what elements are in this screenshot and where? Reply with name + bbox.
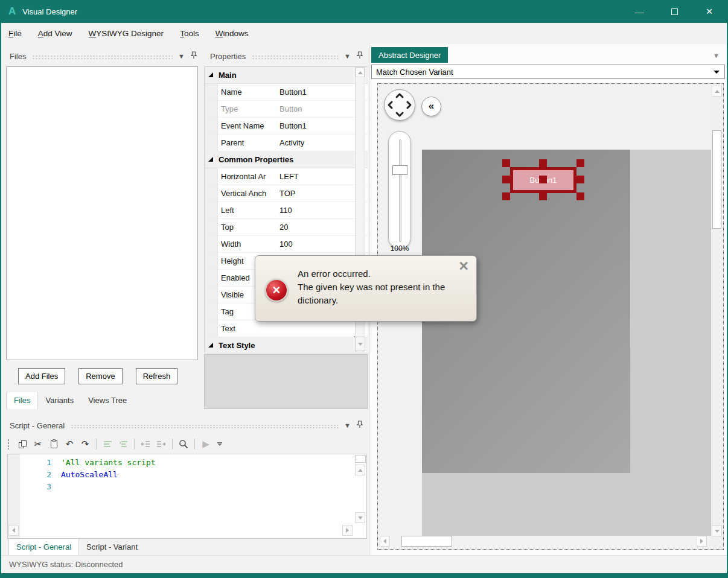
resize-handle-middle-right[interactable]: [576, 176, 584, 183]
property-row-name[interactable]: NameButton1: [205, 84, 368, 101]
menu-item-add-view[interactable]: Add View: [38, 29, 72, 38]
code-line[interactable]: AutoScaleAll: [61, 469, 366, 481]
menu-item-wysiwyg-designer[interactable]: WYSIWYG Designer: [89, 29, 164, 38]
minimize-button[interactable]: —: [622, 0, 657, 23]
property-value[interactable]: Activity: [278, 138, 368, 147]
property-row-horizontal-ar[interactable]: Horizontal ArLEFT: [205, 168, 368, 185]
comment-selection-icon[interactable]: [100, 437, 115, 451]
tab-script-general[interactable]: Script - General: [8, 539, 79, 556]
property-section-main[interactable]: Main: [205, 67, 368, 84]
files-list[interactable]: [6, 66, 198, 360]
property-value[interactable]: 110: [278, 206, 368, 215]
run-script-icon[interactable]: ▶: [198, 437, 214, 451]
property-section-text-style[interactable]: Text Style: [205, 337, 368, 354]
expander-icon[interactable]: [208, 157, 213, 162]
resize-handle-top-left[interactable]: [502, 159, 510, 167]
canvas-horizontal-scroll-thumb[interactable]: [401, 536, 452, 547]
scroll-up-icon[interactable]: [356, 68, 365, 77]
property-row-width[interactable]: Width100: [205, 236, 368, 253]
canvas-scroll-up-icon[interactable]: [712, 86, 722, 97]
panel-header-texture: [71, 424, 339, 428]
property-row-text[interactable]: Text...: [205, 320, 368, 337]
property-value[interactable]: Button1: [278, 87, 368, 97]
menu-item-windows[interactable]: Windows: [216, 29, 249, 38]
resize-handle-bottom-left[interactable]: [502, 192, 510, 200]
toolbar-grip-handle[interactable]: [7, 439, 10, 449]
editor-splitter-box[interactable]: [355, 455, 366, 463]
menu-item-tools[interactable]: Tools: [180, 29, 199, 38]
close-button[interactable]: ×: [692, 0, 727, 23]
code-line[interactable]: 'All variants script: [61, 457, 366, 469]
property-value[interactable]: 100: [278, 240, 368, 249]
decrease-indent-icon[interactable]: [138, 437, 153, 451]
resize-handle-bottom-middle[interactable]: [539, 192, 547, 200]
maximize-button[interactable]: [657, 0, 692, 23]
tab-files[interactable]: Files: [6, 392, 38, 409]
property-section-common-properties[interactable]: Common Properties: [205, 151, 368, 168]
tab-views-tree[interactable]: Views Tree: [81, 392, 134, 409]
property-row-left[interactable]: Left110: [205, 202, 368, 219]
designer-menu-caret-icon[interactable]: ▼: [713, 52, 720, 59]
uncomment-selection-icon[interactable]: [115, 437, 131, 451]
expander-icon[interactable]: [208, 72, 213, 77]
tab-variants[interactable]: Variants: [38, 392, 81, 409]
property-value[interactable]: Button: [278, 104, 368, 113]
selected-control-group[interactable]: Button1: [502, 159, 584, 200]
add-files-button[interactable]: Add Files: [18, 368, 65, 384]
toolbar-overflow-icon[interactable]: [217, 442, 222, 446]
panel-menu-caret-icon[interactable]: ▼: [344, 422, 351, 429]
collapse-controls-button[interactable]: «: [421, 97, 441, 116]
pin-icon[interactable]: [357, 51, 363, 62]
copy-icon[interactable]: [14, 437, 30, 451]
property-row-parent[interactable]: ParentActivity: [205, 135, 368, 151]
cut-icon[interactable]: ✂: [30, 437, 46, 451]
script-code-editor[interactable]: 123 'All variants scriptAutoScaleAll: [7, 454, 367, 539]
editor-scroll-right-icon[interactable]: [342, 525, 353, 536]
remove-button[interactable]: Remove: [78, 368, 122, 384]
pin-icon[interactable]: [191, 51, 197, 62]
tab-script-variant[interactable]: Script - Variant: [79, 539, 145, 556]
variant-combo[interactable]: Match Chosen Variant: [371, 65, 725, 79]
property-row-vertical-anch[interactable]: Vertical AnchTOP: [205, 185, 368, 202]
resize-handle-top-middle[interactable]: [539, 159, 547, 167]
editor-scroll-up-icon[interactable]: [355, 465, 365, 475]
text-style-dropdown-button[interactable]: [355, 337, 365, 351]
menu-item-file[interactable]: File: [8, 29, 22, 38]
menubar: FileAdd ViewWYSIWYG DesignerToolsWindows: [1, 23, 727, 44]
code-line[interactable]: [61, 481, 366, 493]
canvas-scroll-down-icon[interactable]: [712, 526, 722, 536]
property-row-top[interactable]: Top20: [205, 219, 368, 236]
redo-icon[interactable]: ↷: [77, 437, 93, 451]
undo-icon[interactable]: ↶: [62, 437, 77, 451]
editor-scroll-left-icon[interactable]: [8, 525, 19, 536]
panel-menu-caret-icon[interactable]: ▼: [178, 52, 185, 60]
resize-handle-top-right[interactable]: [576, 159, 584, 167]
property-value[interactable]: Button1: [278, 121, 368, 130]
search-icon[interactable]: [176, 437, 191, 451]
row-gutter: [205, 287, 218, 303]
dialog-close-icon[interactable]: ×: [459, 257, 468, 276]
property-row-type[interactable]: TypeButton: [205, 101, 368, 118]
move-handle-center[interactable]: [539, 176, 547, 183]
canvas-scroll-right-icon[interactable]: [697, 536, 707, 547]
pan-navigation-control[interactable]: [384, 89, 415, 121]
zoom-slider-thumb[interactable]: [392, 165, 407, 175]
expander-icon[interactable]: [208, 343, 213, 348]
editor-scroll-down-icon[interactable]: [355, 512, 365, 523]
paste-icon[interactable]: [46, 437, 62, 451]
zoom-slider[interactable]: [388, 131, 411, 249]
resize-handle-bottom-right[interactable]: [576, 192, 584, 200]
canvas-scroll-left-icon[interactable]: [380, 536, 390, 547]
property-row-event-name[interactable]: Event NameButton1: [205, 118, 368, 135]
tab-abstract-designer[interactable]: Abstract Designer: [371, 47, 448, 63]
property-value[interactable]: 20: [278, 223, 368, 232]
panel-menu-caret-icon[interactable]: ▼: [344, 52, 351, 60]
canvas-vertical-scroll-thumb[interactable]: [712, 130, 721, 229]
property-value[interactable]: LEFT: [278, 172, 368, 181]
increase-indent-icon[interactable]: [153, 437, 169, 451]
refresh-button[interactable]: Refresh: [136, 368, 178, 384]
code-area[interactable]: 'All variants scriptAutoScaleAll: [61, 454, 366, 538]
resize-handle-middle-left[interactable]: [502, 176, 510, 183]
property-value[interactable]: TOP: [278, 189, 368, 198]
pin-icon[interactable]: [357, 420, 363, 431]
